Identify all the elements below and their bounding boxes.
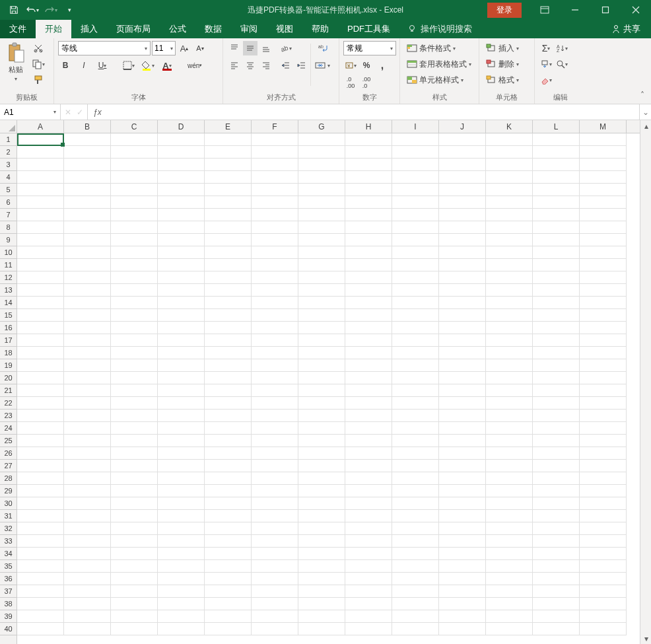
cell[interactable]: [252, 171, 298, 184]
border-button[interactable]: ▾: [121, 58, 136, 73]
tab-home[interactable]: 开始: [36, 20, 71, 38]
cell[interactable]: [486, 522, 533, 535]
row-header[interactable]: 10: [0, 246, 17, 259]
cell[interactable]: [439, 410, 486, 422]
cell[interactable]: [392, 171, 439, 184]
cell[interactable]: [439, 548, 486, 560]
cell[interactable]: [533, 485, 580, 497]
cell[interactable]: [486, 322, 533, 334]
cell[interactable]: [439, 246, 486, 259]
cell[interactable]: [298, 309, 345, 322]
cell[interactable]: [345, 359, 392, 372]
cell[interactable]: [111, 334, 158, 347]
cell[interactable]: [533, 422, 580, 435]
cell[interactable]: [252, 159, 298, 171]
cell[interactable]: [345, 322, 392, 334]
autosum-button[interactable]: Σ▾: [539, 41, 553, 55]
cell[interactable]: [205, 422, 252, 435]
cell[interactable]: [298, 623, 345, 635]
cell[interactable]: [252, 196, 298, 209]
cell[interactable]: [205, 485, 252, 497]
cell[interactable]: [486, 610, 533, 623]
cell[interactable]: [533, 334, 580, 347]
row-header[interactable]: 21: [0, 384, 17, 397]
cell[interactable]: [533, 435, 580, 447]
cell[interactable]: [111, 133, 158, 146]
cell[interactable]: [111, 497, 158, 510]
cell[interactable]: [439, 159, 486, 171]
cell[interactable]: [345, 397, 392, 410]
column-header[interactable]: K: [486, 120, 533, 133]
cell[interactable]: [111, 171, 158, 184]
cell[interactable]: [439, 397, 486, 410]
cell[interactable]: [64, 196, 111, 209]
cell[interactable]: [345, 435, 392, 447]
cell[interactable]: [580, 585, 627, 598]
cell[interactable]: [298, 522, 345, 535]
cell[interactable]: [17, 560, 64, 573]
cell[interactable]: [533, 472, 580, 485]
cell[interactable]: [111, 384, 158, 397]
cell[interactable]: [486, 435, 533, 447]
cell[interactable]: [111, 435, 158, 447]
cell[interactable]: [486, 159, 533, 171]
cell[interactable]: [439, 322, 486, 334]
decrease-font-button[interactable]: A▾: [193, 41, 207, 55]
cell[interactable]: [17, 610, 64, 623]
cell[interactable]: [580, 284, 627, 297]
cell[interactable]: [158, 472, 205, 485]
cell[interactable]: [158, 347, 205, 359]
cell[interactable]: [580, 297, 627, 309]
cell[interactable]: [345, 560, 392, 573]
cell[interactable]: [392, 221, 439, 234]
cell[interactable]: [392, 472, 439, 485]
cell[interactable]: [580, 384, 627, 397]
cell[interactable]: [486, 548, 533, 560]
cell[interactable]: [298, 548, 345, 560]
cell[interactable]: [439, 460, 486, 472]
cell[interactable]: [345, 485, 392, 497]
cell[interactable]: [486, 560, 533, 573]
cell[interactable]: [533, 573, 580, 585]
cell[interactable]: [64, 259, 111, 271]
cell[interactable]: [533, 585, 580, 598]
cell[interactable]: [533, 196, 580, 209]
cell[interactable]: [64, 435, 111, 447]
cell[interactable]: [392, 234, 439, 246]
name-box[interactable]: A1▾: [0, 104, 61, 120]
cell[interactable]: [158, 259, 205, 271]
cell[interactable]: [17, 573, 64, 585]
cell[interactable]: [486, 334, 533, 347]
cell[interactable]: [17, 397, 64, 410]
cell[interactable]: [392, 133, 439, 146]
align-bottom-button[interactable]: [259, 41, 273, 55]
cell[interactable]: [298, 573, 345, 585]
cell[interactable]: [64, 485, 111, 497]
cell[interactable]: [205, 259, 252, 271]
cell[interactable]: [345, 171, 392, 184]
cell[interactable]: [486, 209, 533, 221]
cell[interactable]: [64, 522, 111, 535]
qat-customize-button[interactable]: ▾: [61, 1, 78, 18]
cell[interactable]: [486, 284, 533, 297]
cell[interactable]: [205, 623, 252, 635]
cell[interactable]: [64, 535, 111, 548]
cell[interactable]: [533, 171, 580, 184]
row-header[interactable]: 36: [0, 573, 17, 585]
cell[interactable]: [533, 133, 580, 146]
collapse-ribbon-button[interactable]: ˄: [636, 89, 648, 101]
row-header[interactable]: 38: [0, 598, 17, 610]
cell[interactable]: [486, 598, 533, 610]
cell[interactable]: [17, 548, 64, 560]
cell[interactable]: [64, 159, 111, 171]
cell[interactable]: [205, 585, 252, 598]
cell[interactable]: [392, 309, 439, 322]
column-header[interactable]: F: [252, 120, 298, 133]
cell[interactable]: [392, 347, 439, 359]
cell[interactable]: [17, 259, 64, 271]
row-header[interactable]: 19: [0, 359, 17, 372]
cell[interactable]: [252, 322, 298, 334]
font-color-button[interactable]: A▾: [160, 58, 174, 73]
cell[interactable]: [252, 347, 298, 359]
cell[interactable]: [392, 334, 439, 347]
